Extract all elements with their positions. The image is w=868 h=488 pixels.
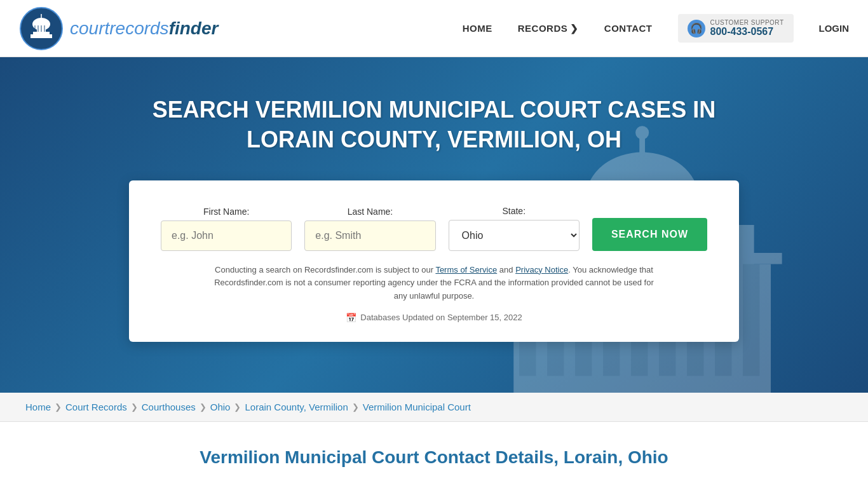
svg-rect-4	[31, 34, 52, 38]
logo-court: court	[70, 18, 109, 38]
logo-icon[interactable]	[19, 6, 64, 51]
calendar-icon: 📅	[346, 313, 356, 323]
header: courtrecordsfinder HOME RECORDS ❯ CONTAC…	[0, 0, 868, 57]
breadcrumb-sep-3: ❯	[200, 402, 207, 412]
db-updated: 📅 Databases Updated on September 15, 202…	[161, 313, 707, 323]
breadcrumb: Home ❯ Court Records ❯ Courthouses ❯ Ohi…	[0, 393, 868, 422]
breadcrumb-court-records[interactable]: Court Records	[65, 402, 127, 412]
db-updated-text: Databases Updated on September 15, 2022	[360, 313, 522, 322]
support-box[interactable]: 🎧 CUSTOMER SUPPORT 800-433-0567	[678, 14, 794, 43]
first-name-input[interactable]	[161, 220, 292, 251]
hero-section: SEARCH VERMILION MUNICIPAL COURT CASES I…	[0, 57, 868, 393]
svg-rect-6	[34, 25, 36, 32]
privacy-link[interactable]: Privacy Notice	[515, 265, 568, 274]
logo-text[interactable]: courtrecordsfinder	[70, 18, 218, 39]
support-label: CUSTOMER SUPPORT	[710, 19, 784, 26]
breadcrumb-sep-5: ❯	[352, 402, 359, 412]
state-select[interactable]: Ohio Alabama Alaska California Florida N…	[449, 220, 580, 251]
breadcrumb-sep-4: ❯	[234, 402, 241, 412]
last-name-label: Last Name:	[304, 207, 435, 217]
chevron-down-icon: ❯	[570, 23, 579, 34]
hero-title: SEARCH VERMILION MUNICIPAL COURT CASES I…	[148, 95, 720, 155]
breadcrumb-home[interactable]: Home	[25, 402, 51, 412]
breadcrumb-sep-1: ❯	[55, 402, 62, 412]
breadcrumb-lorain-vermilion[interactable]: Lorain County, Vermilion	[245, 402, 348, 412]
breadcrumb-current: Vermilion Municipal Court	[363, 402, 471, 412]
svg-rect-21	[743, 264, 759, 376]
state-label: State:	[449, 206, 580, 216]
logo-area: courtrecordsfinder	[19, 6, 463, 51]
support-number: 800-433-0567	[710, 26, 784, 37]
search-card: First Name: Last Name: State: Ohio Alaba…	[129, 180, 739, 342]
svg-rect-3	[33, 32, 50, 34]
section-title: Vermilion Municipal Court Contact Detail…	[161, 447, 707, 468]
breadcrumb-courthouses[interactable]: Courthouses	[142, 402, 196, 412]
last-name-input[interactable]	[304, 220, 435, 251]
first-name-field-group: First Name:	[161, 207, 292, 251]
search-fields: First Name: Last Name: State: Ohio Alaba…	[161, 206, 707, 251]
nav-contact[interactable]: CONTACT	[604, 23, 653, 34]
svg-rect-8	[41, 25, 42, 32]
main-content: Vermilion Municipal Court Contact Detail…	[148, 422, 720, 488]
last-name-field-group: Last Name:	[304, 207, 435, 251]
disclaimer-text: Conducting a search on Recordsfinder.com…	[212, 264, 656, 303]
svg-rect-7	[37, 25, 39, 32]
breadcrumb-sep-2: ❯	[131, 402, 138, 412]
first-name-label: First Name:	[161, 207, 292, 217]
terms-link[interactable]: Terms of Service	[435, 265, 497, 274]
nav-records[interactable]: RECORDS ❯	[518, 23, 579, 34]
breadcrumb-ohio[interactable]: Ohio	[210, 402, 231, 412]
logo-records: records	[109, 18, 168, 38]
phone-icon: 🎧	[688, 20, 705, 37]
search-button[interactable]: SEARCH NOW	[592, 218, 707, 251]
login-button[interactable]: LOGIN	[819, 23, 850, 34]
nav-home[interactable]: HOME	[463, 23, 492, 34]
svg-rect-9	[44, 25, 45, 32]
logo-finder: finder	[169, 18, 219, 38]
state-field-group: State: Ohio Alabama Alaska California Fl…	[449, 206, 580, 251]
main-nav: HOME RECORDS ❯ CONTACT 🎧 CUSTOMER SUPPOR…	[463, 14, 849, 43]
